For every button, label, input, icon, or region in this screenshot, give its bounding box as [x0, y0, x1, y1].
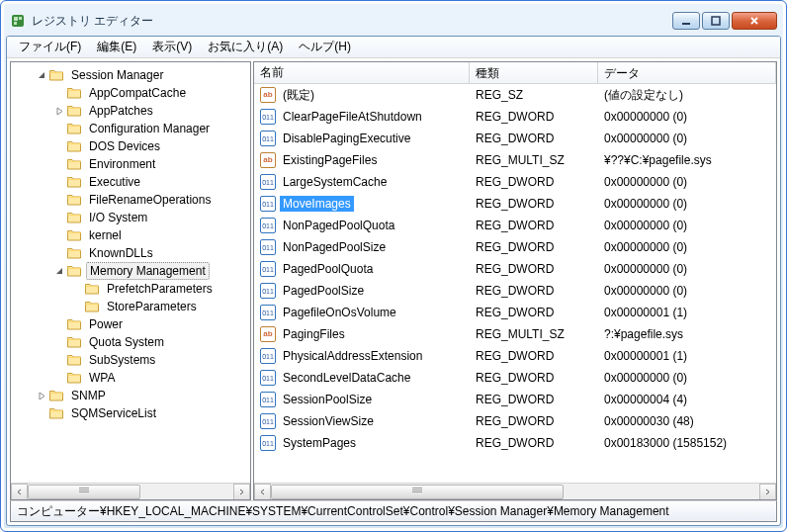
- tree-item-label: SQMServiceList: [68, 405, 159, 421]
- tree-item[interactable]: AppCompatCache: [11, 84, 250, 102]
- list-row[interactable]: 011PagefileOnOsVolumeREG_DWORD0x00000001…: [254, 302, 776, 323]
- value-type: REG_DWORD: [470, 132, 598, 145]
- value-name: NonPagedPoolSize: [280, 239, 389, 255]
- tree-item[interactable]: Session Manager: [11, 66, 250, 84]
- value-data: 0x00000000 (0): [598, 197, 776, 211]
- value-type: REG_DWORD: [470, 197, 598, 211]
- value-type: REG_DWORD: [470, 175, 598, 189]
- scroll-right-icon[interactable]: [759, 484, 776, 500]
- list-row[interactable]: 011PagedPoolQuotaREG_DWORD0x00000000 (0): [254, 258, 776, 280]
- menu-item[interactable]: 編集(E): [89, 37, 144, 57]
- tree-item[interactable]: KnownDLLs: [11, 244, 250, 262]
- binary-value-icon: 011: [260, 196, 276, 212]
- binary-value-icon: 011: [260, 305, 276, 320]
- tree-item[interactable]: kernel: [11, 226, 250, 244]
- col-data-header[interactable]: データ: [598, 62, 776, 83]
- tree-item[interactable]: SNMP: [11, 387, 250, 404]
- menu-item[interactable]: お気に入り(A): [200, 37, 291, 57]
- tree-panel: Session ManagerAppCompatCacheAppPatchesC…: [10, 61, 251, 500]
- list-row[interactable]: 011MoveImagesREG_DWORD0x00000000 (0): [254, 193, 776, 215]
- menu-item[interactable]: ファイル(F): [11, 37, 89, 57]
- folder-icon: [66, 334, 82, 350]
- list-row[interactable]: ab(既定)REG_SZ(値の設定なし): [254, 84, 776, 106]
- list-row[interactable]: 011SecondLevelDataCacheREG_DWORD0x000000…: [254, 367, 776, 389]
- list-row[interactable]: 011PhysicalAddressExtensionREG_DWORD0x00…: [254, 345, 776, 367]
- expander-spacer: [70, 300, 84, 313]
- maximize-button[interactable]: [702, 12, 730, 30]
- tree-item[interactable]: PrefetchParameters: [11, 280, 250, 298]
- tree-item[interactable]: DOS Devices: [11, 137, 250, 155]
- app-icon: [10, 13, 26, 29]
- expander-closed-icon[interactable]: [35, 389, 48, 402]
- tree-item-label: I/O System: [86, 210, 150, 225]
- value-data: 0x00000030 (48): [598, 414, 776, 428]
- col-type-header[interactable]: 種類: [470, 62, 598, 83]
- tree-item[interactable]: Executive: [11, 173, 250, 191]
- value-name: SessionPoolSize: [280, 392, 375, 407]
- list-row[interactable]: abPagingFilesREG_MULTI_SZ?:¥pagefile.sys: [254, 323, 776, 345]
- value-type: REG_MULTI_SZ: [470, 327, 598, 341]
- tree-item[interactable]: Quota System: [11, 333, 250, 351]
- tree-item-label: AppCompatCache: [86, 85, 189, 101]
- close-button[interactable]: [732, 12, 777, 30]
- tree-item[interactable]: WPA: [11, 369, 250, 387]
- list-row[interactable]: 011NonPagedPoolQuotaREG_DWORD0x00000000 …: [254, 215, 776, 236]
- menu-item[interactable]: 表示(V): [144, 37, 200, 57]
- tree-item-label: AppPatches: [86, 103, 156, 119]
- value-name: LargeSystemCache: [280, 174, 390, 190]
- list-row[interactable]: 011PagedPoolSizeREG_DWORD0x00000000 (0): [254, 280, 776, 302]
- value-data: 0x00000000 (0): [598, 110, 776, 124]
- tree-item[interactable]: StoreParameters: [11, 298, 250, 315]
- expander-spacer: [70, 282, 84, 296]
- statusbar: コンピューター¥HKEY_LOCAL_MACHINE¥SYSTEM¥Curren…: [10, 500, 777, 522]
- folder-icon: [66, 352, 82, 368]
- titlebar[interactable]: レジストリ エディター: [6, 6, 781, 36]
- list-row[interactable]: 011SessionViewSizeREG_DWORD0x00000030 (4…: [254, 410, 776, 432]
- expander-spacer: [52, 317, 66, 331]
- value-data: 0x00000001 (1): [598, 349, 776, 363]
- value-name: PhysicalAddressExtension: [280, 348, 425, 364]
- expander-open-icon[interactable]: [35, 68, 48, 82]
- list-row[interactable]: 011NonPagedPoolSizeREG_DWORD0x00000000 (…: [254, 236, 776, 258]
- tree-item[interactable]: Environment: [11, 155, 250, 173]
- value-name: MoveImages: [280, 196, 354, 212]
- tree-item[interactable]: AppPatches: [11, 102, 250, 120]
- list-hscroll[interactable]: [254, 483, 776, 499]
- tree-item[interactable]: FileRenameOperations: [11, 191, 250, 209]
- svg-rect-5: [712, 17, 720, 25]
- string-value-icon: ab: [260, 326, 276, 342]
- tree-item[interactable]: SubSystems: [11, 351, 250, 369]
- tree-item[interactable]: Memory Management: [11, 262, 250, 280]
- scroll-left-icon[interactable]: [254, 484, 271, 500]
- tree-item[interactable]: Power: [11, 315, 250, 333]
- minimize-button[interactable]: [672, 12, 700, 30]
- list[interactable]: 名前 種類 データ ab(既定)REG_SZ(値の設定なし)011ClearPa…: [254, 62, 776, 483]
- tree-hscroll[interactable]: [11, 483, 250, 499]
- tree-item[interactable]: I/O System: [11, 209, 250, 226]
- tree[interactable]: Session ManagerAppCompatCacheAppPatchesC…: [11, 62, 250, 483]
- value-type: REG_DWORD: [470, 110, 598, 124]
- list-hscroll-thumb[interactable]: [271, 485, 564, 499]
- list-row[interactable]: 011LargeSystemCacheREG_DWORD0x00000000 (…: [254, 171, 776, 193]
- list-row[interactable]: 011ClearPageFileAtShutdownREG_DWORD0x000…: [254, 106, 776, 128]
- tree-hscroll-thumb[interactable]: [28, 485, 140, 499]
- scroll-left-icon[interactable]: [11, 484, 28, 500]
- tree-item[interactable]: SQMServiceList: [11, 404, 250, 422]
- expander-closed-icon[interactable]: [52, 104, 66, 118]
- folder-icon: [66, 245, 82, 261]
- menu-item[interactable]: ヘルプ(H): [291, 37, 359, 57]
- value-data: 0x00000000 (0): [598, 219, 776, 232]
- scroll-right-icon[interactable]: [233, 484, 250, 500]
- list-row[interactable]: 011DisablePagingExecutiveREG_DWORD0x0000…: [254, 128, 776, 149]
- col-name-header[interactable]: 名前: [254, 62, 470, 83]
- status-path: コンピューター¥HKEY_LOCAL_MACHINE¥SYSTEM¥Curren…: [17, 503, 669, 520]
- list-row[interactable]: 011SessionPoolSizeREG_DWORD0x00000004 (4…: [254, 389, 776, 410]
- tree-item[interactable]: Configuration Manager: [11, 120, 250, 137]
- string-value-icon: ab: [260, 87, 276, 103]
- binary-value-icon: 011: [260, 413, 276, 429]
- tree-item-label: SNMP: [68, 388, 109, 403]
- folder-icon: [84, 299, 100, 314]
- list-row[interactable]: 011SystemPagesREG_DWORD0x00183000 (15851…: [254, 432, 776, 454]
- list-row[interactable]: abExistingPageFilesREG_MULTI_SZ¥??¥C:¥pa…: [254, 149, 776, 171]
- expander-open-icon[interactable]: [52, 264, 66, 278]
